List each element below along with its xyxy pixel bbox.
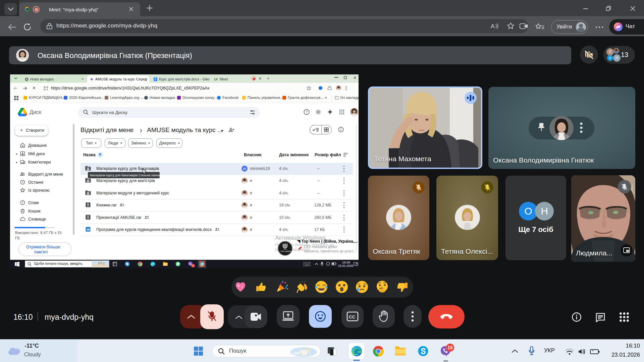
svg-text:m: m (243, 167, 246, 171)
svg-text:?: ? (306, 110, 308, 114)
svg-text:A: A (491, 23, 495, 29)
svg-text:W: W (87, 228, 90, 231)
svg-text:CC: CC (349, 314, 355, 319)
